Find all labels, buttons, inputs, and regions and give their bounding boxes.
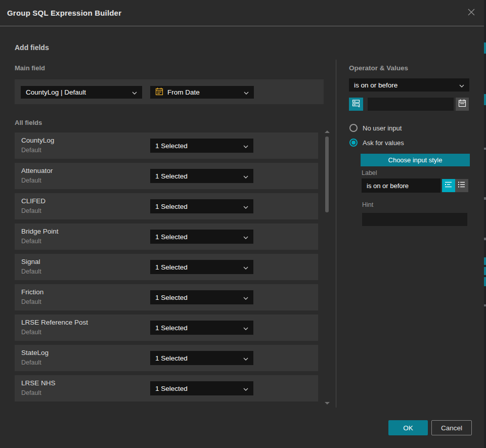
chevron-down-icon [243,172,248,180]
operator-select-value: is on or before [354,81,455,89]
field-row: Friction Default 1 Selected [15,284,318,310]
field-selection-dropdown[interactable]: 1 Selected [150,199,253,213]
chevron-down-icon [243,354,248,362]
list-scrollbar[interactable] [325,129,329,406]
field-selection-dropdown[interactable]: 1 Selected [150,321,253,335]
field-subtitle: Default [21,207,41,214]
field-name: Signal [21,258,40,265]
edge-accent-mark [484,267,486,275]
field-name: Attenuator [21,167,53,174]
radio-no-user-input-label: No user input [363,124,402,132]
dialog-title: Group SQL Expression Builder [7,0,121,26]
main-field-select-value: From Date [167,88,236,96]
background-app-edge [484,0,486,448]
hint-caption: Hint [362,201,373,208]
calendar-icon [155,87,163,97]
chevron-down-icon [243,294,248,301]
field-selection-dropdown[interactable]: 1 Selected [150,351,253,365]
calendar-icon [458,99,466,109]
ok-button[interactable]: OK [388,420,428,435]
field-subtitle: Default [21,177,41,184]
chevron-down-icon [243,263,248,271]
field-row: Attenuator Default 1 Selected [15,163,318,189]
all-fields-list: CountyLog Default 1 Selected Attenuator … [15,132,318,406]
field-row: CountyLog Default 1 Selected [15,132,318,159]
layer-select-value: CountyLog | Default [26,88,128,96]
operator-select[interactable]: is on or before [349,78,469,92]
field-selection-value: 1 Selected [155,354,239,362]
radio-ask-for-values[interactable]: Ask for values [349,139,404,147]
field-selection-value: 1 Selected [155,203,239,210]
chevron-down-icon [243,142,248,150]
label-input[interactable] [362,178,440,193]
close-button[interactable] [466,8,477,19]
label-caption: Label [362,169,377,176]
radio-no-user-input[interactable]: No user input [349,124,402,132]
field-subtitle: Default [21,359,41,366]
chevron-down-icon [243,385,248,392]
close-icon [467,8,476,19]
field-selection-value: 1 Selected [155,142,239,150]
scroll-down-arrow-icon[interactable] [325,402,330,405]
field-name: CLIFED [21,197,46,205]
field-row: LRSE Reference Post Default 1 Selected [15,315,318,341]
edge-mark [484,304,486,306]
choose-input-style-button[interactable]: Choose input style [361,154,470,166]
main-field-select[interactable]: From Date [150,86,254,99]
operator-values-heading: Operator & Values [349,64,408,72]
edge-mark [484,238,486,240]
layer-select[interactable]: CountyLog | Default [21,86,142,99]
edge-mark [484,197,486,200]
field-selection-value: 1 Selected [155,294,239,301]
field-row: Bridge Point Default 1 Selected [15,223,318,250]
field-subtitle: Default [21,238,41,245]
hint-input[interactable] [362,213,467,226]
main-field-container: CountyLog | Default From Date [15,79,324,104]
field-name: Friction [21,288,43,296]
value-input-type-button[interactable] [349,98,363,111]
field-subtitle: Default [21,329,41,336]
edge-accent-mark [484,257,486,265]
field-selection-dropdown[interactable]: 1 Selected [150,381,253,395]
edge-accent-mark [484,277,486,286]
scrollbar-thumb[interactable] [325,137,329,212]
field-subtitle: Default [21,147,41,154]
edge-mark [484,148,486,150]
chevron-down-icon [243,233,248,241]
field-name: StateLog [21,349,49,356]
field-name: LRSE NHS [21,379,56,387]
stacked-input-icon [352,99,361,109]
edge-accent-mark [484,42,486,54]
chevron-down-icon [132,88,137,96]
field-selection-dropdown[interactable]: 1 Selected [150,290,253,304]
chevron-down-icon [244,88,249,96]
edge-accent-mark [484,94,486,105]
cancel-button[interactable]: Cancel [431,420,472,435]
field-selection-value: 1 Selected [155,385,239,392]
field-name: Bridge Point [21,228,59,235]
list-style-button[interactable] [455,179,468,192]
field-subtitle: Default [21,389,41,396]
date-value-input[interactable] [368,98,454,111]
field-subtitle: Default [21,268,41,275]
field-selection-dropdown[interactable]: 1 Selected [150,139,253,153]
field-selection-dropdown[interactable]: 1 Selected [150,260,253,274]
chevron-down-icon [243,324,248,332]
main-field-heading: Main field [15,64,45,72]
group-sql-expression-builder-dialog: Group SQL Expression Builder Add fields … [0,0,486,448]
panel-divider [336,60,336,408]
field-selection-dropdown[interactable]: 1 Selected [150,169,253,183]
field-name: CountyLog [21,137,54,144]
single-line-style-button[interactable] [442,179,455,192]
chevron-down-icon [459,81,464,89]
all-fields-heading: All fields [15,119,42,126]
field-row: CLIFED Default 1 Selected [15,193,318,219]
field-row: LRSE NHS Default 1 Selected [15,375,318,401]
date-picker-button[interactable] [456,98,469,111]
list-style-icon [458,181,466,190]
field-selection-dropdown[interactable]: 1 Selected [150,230,253,244]
radio-ask-for-values-label: Ask for values [363,139,404,147]
scroll-up-arrow-icon[interactable] [325,130,330,133]
field-name: LRSE Reference Post [21,319,88,326]
field-row: StateLog Default 1 Selected [15,345,318,371]
